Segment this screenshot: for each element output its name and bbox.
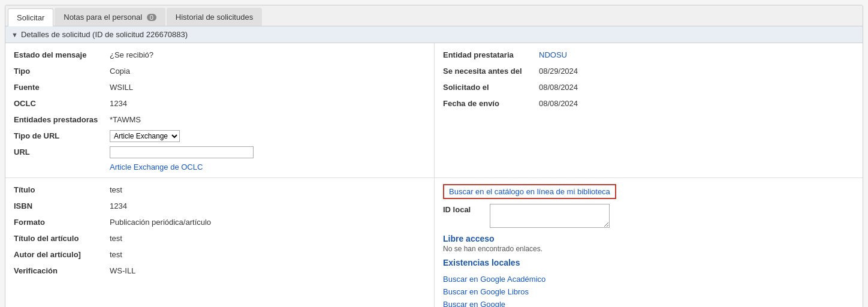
field-url: URL (14, 146, 426, 159)
label-entidad-prestataria: Entidad prestataria (443, 49, 539, 59)
field-fuente: Fuente WSILL (14, 82, 426, 95)
notas-badge: 0 (147, 14, 156, 21)
value-entidad-prestataria: NDOSU (539, 49, 567, 59)
bottom-left: Título test ISBN 1234 Formato Publicació… (5, 178, 434, 307)
form-left: Estado del mensaje ¿Se recibió? Tipo Cop… (5, 43, 434, 177)
value-verificacion: WS-ILL (110, 265, 135, 275)
catalog-search-button[interactable]: Buscar en el catálogo en línea de mi bib… (443, 184, 616, 199)
bottom-grid: Título test ISBN 1234 Formato Publicació… (5, 178, 863, 307)
form-right: Entidad prestataria NDOSU Se necesita an… (434, 43, 863, 177)
label-tipo: Tipo (14, 65, 110, 76)
field-formato: Formato Publicación periódica/artículo (14, 216, 426, 230)
section-header: ▼ Detalles de solicitud (ID de solicitud… (5, 26, 863, 43)
label-oclc: OCLC (14, 98, 110, 108)
collapse-arrow[interactable]: ▼ (11, 31, 18, 38)
field-tipo-url: Tipo de URL Article Exchange Other (14, 130, 426, 143)
tab-historial[interactable]: Historial de solicitudes (167, 8, 262, 26)
label-autor: Autor del artículo] (14, 249, 110, 259)
value-fuente: WSILL (110, 82, 133, 92)
article-exchange-link[interactable]: Article Exchange de OCLC (110, 162, 426, 171)
label-formato: Formato (14, 216, 110, 227)
content-area: Estado del mensaje ¿Se recibió? Tipo Cop… (5, 43, 863, 307)
value-tipo: Copia (110, 65, 130, 76)
bottom-right: Buscar en el catálogo en línea de mi bib… (434, 178, 863, 307)
value-se-necesita: 08/29/2024 (539, 65, 578, 76)
label-solicitado: Solicitado el (443, 82, 539, 92)
field-estado: Estado del mensaje ¿Se recibió? (14, 49, 426, 62)
label-url: URL (14, 146, 110, 156)
value-titulo: test (110, 184, 122, 194)
label-isbn: ISBN (14, 200, 110, 210)
value-oclc: 1234 (110, 98, 127, 108)
tab-notas[interactable]: Notas para el personal 0 (55, 8, 165, 26)
tabs-bar: Solicitar Notas para el personal 0 Histo… (5, 5, 863, 26)
value-fecha-envio: 08/08/2024 (539, 98, 578, 108)
value-formato: Publicación periódica/artículo (110, 216, 211, 227)
form-grid: Estado del mensaje ¿Se recibió? Tipo Cop… (5, 43, 863, 178)
no-links-text: No se han encontrado enlaces. (443, 245, 854, 253)
value-titulo-articulo: test (110, 233, 122, 243)
free-access-title: Libre acceso (443, 234, 854, 243)
label-titulo: Título (14, 184, 110, 194)
field-isbn: ISBN 1234 (14, 200, 426, 213)
section-title: Detalles de solicitud (ID de solicitud 2… (21, 30, 188, 39)
local-id-input[interactable] (490, 204, 610, 228)
local-id-row: ID local (443, 204, 854, 228)
field-verificacion: Verificación WS-ILL (14, 265, 426, 278)
field-solicitado: Solicitado el 08/08/2024 (443, 82, 854, 95)
field-titulo-articulo: Título del artículo test (14, 233, 426, 246)
tab-solicitar[interactable]: Solicitar (8, 8, 53, 26)
field-oclc: OCLC 1234 (14, 98, 426, 111)
search-google-libros[interactable]: Buscar en Google Libros (443, 287, 854, 296)
label-entidades: Entidades prestadoras (14, 114, 110, 124)
url-input[interactable] (110, 146, 254, 158)
label-fecha-envio: Fecha de envío (443, 98, 539, 108)
label-verificacion: Verificación (14, 265, 110, 275)
page-wrapper: Solicitar Notas para el personal 0 Histo… (5, 5, 863, 307)
label-estado: Estado del mensaje (14, 49, 110, 59)
value-solicitado: 08/08/2024 (539, 82, 578, 92)
field-entidades: Entidades prestadoras *TAWMS (14, 114, 426, 127)
field-se-necesita: Se necesita antes del 08/29/2024 (443, 65, 854, 79)
url-type-select[interactable]: Article Exchange Other (110, 130, 180, 142)
field-autor: Autor del artículo] test (14, 249, 426, 262)
value-autor: test (110, 249, 122, 259)
local-holdings-title: Existencias locales (443, 258, 854, 267)
label-tipo-url: Tipo de URL (14, 130, 110, 140)
value-estado: ¿Se recibió? (110, 49, 153, 59)
label-titulo-articulo: Título del artículo (14, 233, 110, 243)
label-fuente: Fuente (14, 82, 110, 92)
label-se-necesita: Se necesita antes del (443, 65, 539, 76)
search-google[interactable]: Buscar en Google (443, 300, 854, 307)
field-titulo: Título test (14, 184, 426, 197)
search-links: Buscar en Google Académico Buscar en Goo… (443, 275, 854, 307)
field-fecha-envio: Fecha de envío 08/08/2024 (443, 98, 854, 111)
value-isbn: 1234 (110, 200, 127, 210)
value-entidades: *TAWMS (110, 114, 141, 124)
search-google-academico[interactable]: Buscar en Google Académico (443, 275, 854, 284)
field-tipo: Tipo Copia (14, 65, 426, 79)
field-entidad-prestataria: Entidad prestataria NDOSU (443, 49, 854, 62)
local-id-label: ID local (443, 204, 485, 214)
